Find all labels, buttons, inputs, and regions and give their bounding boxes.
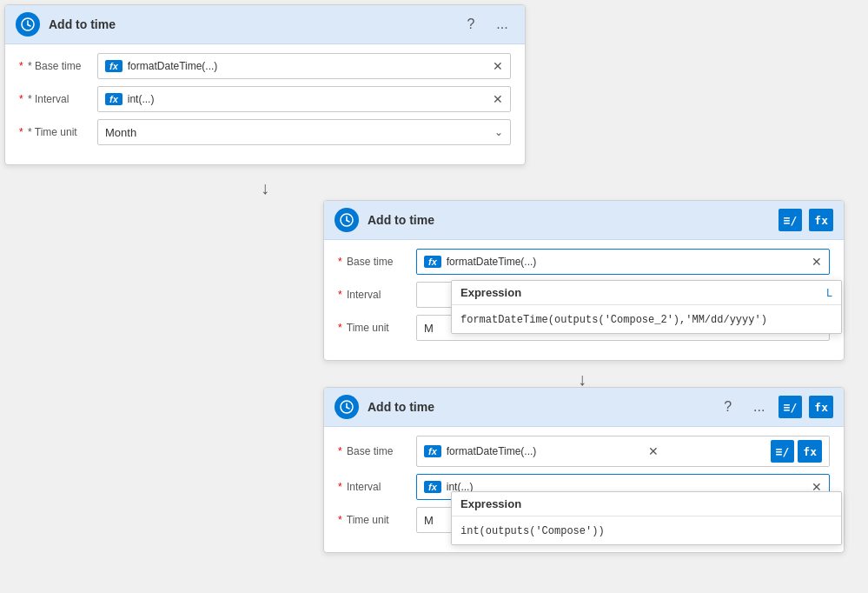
card1-interval-required: *: [19, 93, 23, 105]
card3-header: Add to time ? ... ≡/ fx: [324, 388, 844, 427]
clock-icon-2: [340, 213, 354, 227]
card2-basetime-input[interactable]: fx formatDateTime(...) ✕: [416, 249, 830, 275]
card1-timeunit-select[interactable]: Month ⌄: [97, 119, 511, 145]
card3-fx-button[interactable]: fx: [809, 396, 833, 418]
card3-icon: [335, 395, 359, 419]
arrow-down-1: ↓: [261, 178, 269, 198]
expr2-header: Expression L: [452, 281, 841, 305]
card2-filter-button[interactable]: ≡/: [779, 209, 803, 231]
card1-icon: [16, 12, 40, 37]
card3-basetime-token-text: formatDateTime(...): [447, 445, 537, 457]
card1-interval-row: * * Interval fx int(...) ✕: [19, 86, 511, 112]
card2-timeunit-label: * Time unit: [338, 322, 416, 334]
svg-line-5: [347, 221, 349, 223]
card3-basetime-row: * Base time fx formatDateTime(...) ✕ ≡/ …: [338, 436, 830, 467]
card1-basetime-token-text: formatDateTime(...): [128, 60, 218, 72]
expression-popup-2: Expression L formatDateTime(outputs('Com…: [451, 280, 842, 334]
card2-interval-label: * Interval: [338, 289, 416, 301]
expression-popup-3: Expression int(outputs('Compose')): [451, 491, 842, 545]
card2-icon: [335, 208, 359, 232]
card1-basetime-label: * * Base time: [19, 60, 97, 72]
expr3-title: Expression: [461, 497, 832, 510]
card3-basetime-label: * Base time: [338, 445, 416, 457]
card1-basetime-input[interactable]: fx formatDateTime(...) ✕: [97, 53, 511, 79]
card3-basetime-fx-badge: fx: [424, 445, 441, 457]
card1-basetime-text: * Base time: [28, 60, 81, 72]
expr3-code: int(outputs('Compose')): [461, 525, 605, 537]
card2-basetime-token-text: formatDateTime(...): [447, 256, 537, 268]
card2-interval-text: Interval: [347, 289, 381, 301]
card1-header: Add to time ? ...: [5, 5, 525, 44]
card3-interval-label: * Interval: [338, 481, 416, 493]
card1-interval-input[interactable]: fx int(...) ✕: [97, 86, 511, 112]
card3-basetime-clear[interactable]: ✕: [648, 444, 659, 458]
card3-actions: ? ... ≡/ fx: [716, 395, 833, 419]
card1-body: * * Base time fx formatDateTime(...) ✕ *…: [5, 44, 525, 164]
card2-basetime-text: Base time: [347, 256, 393, 268]
card2-basetime-clear[interactable]: ✕: [812, 255, 822, 269]
card3-title: Add to time: [368, 400, 716, 414]
card2-fx-button[interactable]: fx: [809, 209, 833, 231]
card1-basetime-clear[interactable]: ✕: [493, 59, 503, 73]
card3-filter-button[interactable]: ≡/: [779, 396, 803, 418]
card1-timeunit-text: * Time unit: [28, 126, 77, 138]
card2-actions: ≡/ fx: [779, 209, 833, 231]
svg-line-8: [347, 408, 349, 410]
card3-basetime-input[interactable]: fx formatDateTime(...) ✕ ≡/ fx: [416, 436, 830, 467]
card1-basetime-fx-badge: fx: [105, 60, 123, 72]
card3-timeunit-label: * Time unit: [338, 514, 416, 526]
card1-interval-clear[interactable]: ✕: [493, 92, 503, 106]
clock-icon-3: [340, 400, 354, 414]
expr2-body: formatDateTime(outputs('Compose_2'),'MM/…: [452, 305, 841, 333]
card2-timeunit-text: Time unit: [347, 322, 389, 334]
card2-basetime-value: fx formatDateTime(...) ✕: [416, 249, 830, 275]
card1-timeunit-required: *: [19, 126, 23, 138]
card1-interval-fx-badge: fx: [105, 93, 123, 105]
expr2-link[interactable]: L: [826, 287, 832, 299]
card1-help-button[interactable]: ?: [459, 12, 483, 37]
card1-timeunit-label: * * Time unit: [19, 126, 97, 138]
expr3-body: int(outputs('Compose')): [452, 516, 841, 544]
card2-header: Add to time ≡/ fx: [324, 201, 844, 240]
card1-interval-label: * * Interval: [19, 93, 97, 105]
card1-actions: ? ...: [459, 12, 514, 37]
card1-basetime-row: * * Base time fx formatDateTime(...) ✕: [19, 53, 511, 79]
card1-basetime-required: *: [19, 60, 23, 72]
card3-interval-text: Interval: [347, 481, 381, 493]
card2-basetime-row: * Base time fx formatDateTime(...) ✕: [338, 249, 830, 275]
card2-title: Add to time: [368, 213, 779, 227]
card1-interval-text: * Interval: [28, 93, 69, 105]
svg-line-2: [28, 25, 30, 27]
card1-basetime-value: fx formatDateTime(...) ✕: [97, 53, 511, 79]
card1-interval-value: fx int(...) ✕: [97, 86, 511, 112]
card3-interval-fx-badge: fx: [424, 481, 441, 493]
card2-basetime-label: * Base time: [338, 256, 416, 268]
card1-timeunit-value: Month ⌄: [97, 119, 511, 145]
card3-help-button[interactable]: ?: [716, 395, 740, 419]
card1: Add to time ? ... * * Base time fx forma…: [4, 4, 526, 165]
card1-interval-token-text: int(...): [128, 93, 155, 105]
card1-timeunit-selected: Month: [105, 126, 136, 139]
clock-icon: [21, 17, 35, 31]
card3-timeunit-text: Time unit: [347, 514, 389, 526]
card3-basetime-fx-btn[interactable]: fx: [798, 440, 822, 463]
chevron-down-icon: ⌄: [494, 126, 503, 138]
card3-timeunit-selected: M: [424, 514, 434, 527]
card1-more-button[interactable]: ...: [490, 12, 514, 37]
card2-basetime-fx-badge: fx: [424, 256, 441, 268]
card3-basetime-filter-btn[interactable]: ≡/: [771, 440, 795, 463]
expr2-title: Expression: [461, 286, 826, 299]
card3-basetime-value: fx formatDateTime(...) ✕ ≡/ fx: [416, 436, 830, 467]
card3-more-button[interactable]: ...: [747, 395, 772, 419]
card2-timeunit-selected: M: [424, 322, 434, 335]
expr3-header: Expression: [452, 492, 841, 516]
card1-title: Add to time: [49, 17, 459, 31]
expr2-code: formatDateTime(outputs('Compose_2'),'MM/…: [461, 314, 767, 326]
card3-basetime-text: Base time: [347, 445, 393, 457]
card1-timeunit-row: * * Time unit Month ⌄: [19, 119, 511, 145]
